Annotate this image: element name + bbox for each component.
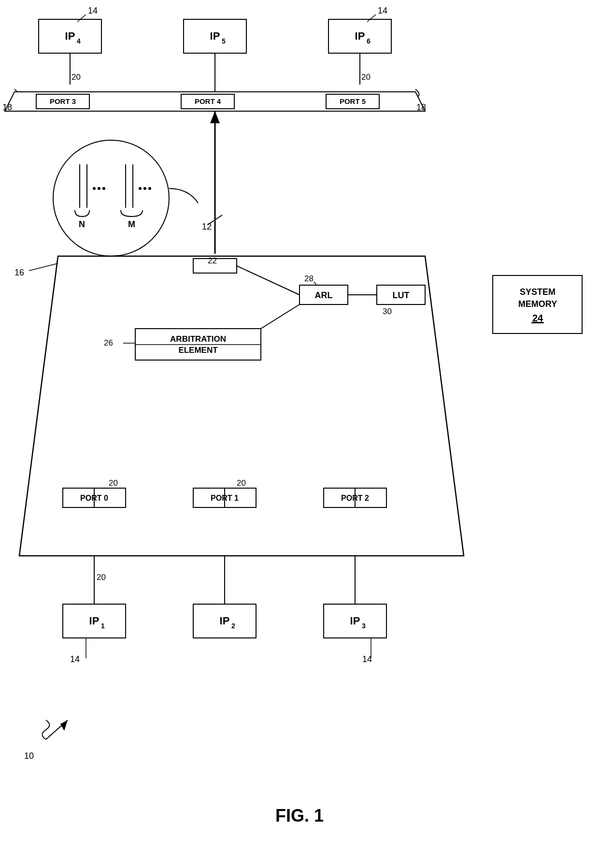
svg-line-18 bbox=[29, 263, 58, 271]
ip4-label: IP bbox=[65, 30, 75, 42]
ref18-right: 18 bbox=[416, 102, 426, 112]
arrow-up bbox=[210, 111, 220, 123]
svg-point-14 bbox=[139, 187, 142, 190]
ref18-left: 18 bbox=[2, 102, 12, 112]
ref26: 26 bbox=[104, 338, 113, 347]
ref14-bottom-left: 14 bbox=[70, 654, 80, 664]
port4-label: PORT 4 bbox=[195, 97, 221, 105]
ip2-label: IP bbox=[220, 615, 230, 627]
arbitration-label2: ELEMENT bbox=[178, 346, 218, 355]
fig-label: FIG. 1 bbox=[275, 806, 324, 825]
svg-point-16 bbox=[148, 187, 151, 190]
ref20-bottom-left: 20 bbox=[97, 573, 106, 582]
ref20-port0: 20 bbox=[109, 478, 118, 488]
system-memory-label2: MEMORY bbox=[518, 299, 557, 309]
ip1-sub: 1 bbox=[101, 622, 105, 630]
svg-point-9 bbox=[93, 187, 96, 190]
svg-point-11 bbox=[102, 187, 105, 190]
ip6-label: IP bbox=[355, 30, 365, 42]
svg-point-10 bbox=[98, 187, 100, 190]
lut-label: LUT bbox=[393, 290, 410, 300]
ip3-label: IP bbox=[350, 615, 360, 627]
ref20-port1: 20 bbox=[237, 478, 246, 488]
diagram-container: IP 4 IP 5 IP 6 14 14 20 20 PORT 3 PORT 4… bbox=[0, 0, 599, 868]
ref30: 30 bbox=[383, 307, 392, 316]
ip5-sub: 5 bbox=[222, 37, 226, 45]
ip2-sub: 2 bbox=[231, 622, 235, 630]
arbitration-label1: ARBITRATION bbox=[170, 334, 226, 344]
ref20-ip4: 20 bbox=[71, 72, 81, 82]
ref28: 28 bbox=[304, 274, 314, 283]
ref10: 10 bbox=[24, 751, 34, 761]
ip6-sub: 6 bbox=[367, 37, 371, 45]
queue-m-label: M bbox=[128, 219, 135, 229]
ip4-sub: 4 bbox=[77, 37, 81, 45]
ip3-sub: 3 bbox=[362, 622, 366, 630]
ref14-top-left: 14 bbox=[88, 6, 98, 15]
ref16: 16 bbox=[14, 268, 24, 277]
ref14-top-right: 14 bbox=[378, 6, 387, 15]
ip5-label: IP bbox=[210, 30, 220, 42]
queue-circle bbox=[53, 140, 169, 256]
system-memory-label1: SYSTEM bbox=[520, 287, 556, 297]
port5-label: PORT 5 bbox=[340, 97, 366, 105]
arl-label: ARL bbox=[315, 290, 333, 300]
svg-marker-34 bbox=[60, 720, 68, 731]
ref20-ip6: 20 bbox=[361, 72, 371, 82]
ip1-label: IP bbox=[89, 615, 100, 627]
system-memory-num: 24 bbox=[532, 313, 543, 323]
svg-point-15 bbox=[143, 187, 146, 190]
ref14-bottom-right: 14 bbox=[362, 654, 372, 664]
queue-n-label: N bbox=[79, 219, 85, 229]
ref22: 22 bbox=[208, 256, 217, 265]
port3-label: PORT 3 bbox=[50, 97, 76, 105]
